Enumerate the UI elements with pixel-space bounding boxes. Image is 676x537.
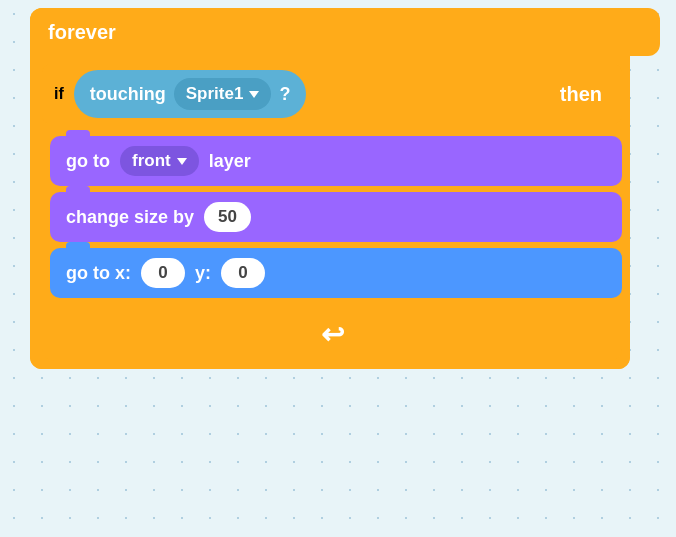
sprite-dropdown-arrow-icon <box>249 91 259 98</box>
inner-blocks: go to front layer change size by 50 <box>42 132 622 308</box>
forever-header: forever <box>30 8 630 56</box>
forever-body: if touching Sprite1 ? then <box>30 56 630 369</box>
go-to-layer-block: go to front layer <box>50 136 622 186</box>
front-dropdown-arrow-icon <box>177 158 187 165</box>
touching-label: touching <box>90 84 166 105</box>
front-label: front <box>132 151 171 171</box>
sprite-label: Sprite1 <box>186 84 244 104</box>
y-value[interactable]: 0 <box>221 258 265 288</box>
blocks-container: forever if touching Sprite1 ? then <box>30 8 630 369</box>
change-size-label: change size by <box>66 207 194 228</box>
forever-footer: ↩ <box>42 308 622 361</box>
forever-label: forever <box>48 21 116 44</box>
touching-pill: touching Sprite1 ? <box>74 70 307 118</box>
go-to-xy-label: go to x: <box>66 263 131 284</box>
return-arrow-icon: ↩ <box>321 318 344 351</box>
y-label: y: <box>195 263 211 284</box>
x-value[interactable]: 0 <box>141 258 185 288</box>
if-block: if touching Sprite1 ? then <box>42 64 622 124</box>
change-size-block: change size by 50 <box>50 192 622 242</box>
front-dropdown[interactable]: front <box>120 146 199 176</box>
go-to-xy-block: go to x: 0 y: 0 <box>50 248 622 298</box>
then-label: then <box>560 83 610 106</box>
size-value[interactable]: 50 <box>204 202 251 232</box>
if-label: if <box>54 85 64 103</box>
forever-block: forever if touching Sprite1 ? then <box>30 8 630 369</box>
go-to-layer-label: go to <box>66 151 110 172</box>
forever-block-wrapper: forever if touching Sprite1 ? then <box>30 8 630 369</box>
question-mark: ? <box>279 84 290 105</box>
sprite-dropdown[interactable]: Sprite1 <box>174 78 272 110</box>
layer-label: layer <box>209 151 251 172</box>
